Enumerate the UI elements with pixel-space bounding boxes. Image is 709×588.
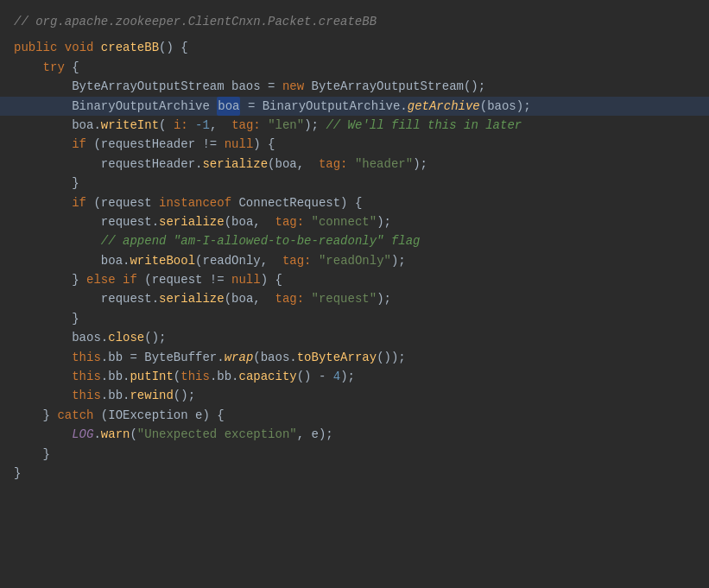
method-capacity: capacity bbox=[238, 367, 296, 386]
number-4: 4 bbox=[333, 367, 340, 386]
line-1: public void createBB() { bbox=[0, 38, 709, 57]
line-11: // append "am-I-allowed-to-be-readonly" … bbox=[0, 231, 709, 250]
line-15: } bbox=[0, 309, 709, 328]
method-getArchive: getArchive bbox=[408, 97, 480, 116]
method-writeBool: writeBool bbox=[130, 251, 195, 270]
line-10: request.serialize(boa, tag: "connect"); bbox=[0, 212, 709, 231]
line-5: boa.writeInt( i: -1, tag: "len"); // We'… bbox=[0, 116, 709, 135]
string-readOnly: "readOnly" bbox=[319, 251, 391, 270]
method-wrap: wrap bbox=[225, 348, 254, 367]
string-connect: "connect" bbox=[312, 212, 377, 231]
keyword-try: try bbox=[43, 58, 65, 77]
comment-fill-later: // We'll fill this in later bbox=[326, 116, 522, 135]
string-len: "len" bbox=[268, 116, 304, 135]
class-ByteArrayOutputStream2: ByteArrayOutputStream bbox=[312, 77, 464, 96]
method-createBB: createBB bbox=[101, 38, 159, 57]
var-boa1: boa bbox=[72, 116, 93, 135]
keyword-public: public bbox=[14, 38, 57, 57]
class-IOException: IOException bbox=[108, 406, 187, 425]
line-9: if (request instanceof ConnectRequest) { bbox=[0, 193, 709, 212]
var-boa2: boa bbox=[101, 251, 123, 270]
line-3: ByteArrayOutputStream baos = new ByteArr… bbox=[0, 77, 709, 96]
code-container: // org.apache.zookeeper.ClientCnxn.Packe… bbox=[0, 0, 709, 490]
string-header: "header" bbox=[355, 155, 413, 174]
method-writeInt: writeInt bbox=[101, 116, 159, 135]
line-12: boa.writeBool(readOnly, tag: "readOnly")… bbox=[0, 251, 709, 270]
class-ConnectRequest: ConnectRequest bbox=[238, 193, 340, 212]
keyword-this3: this bbox=[180, 367, 210, 386]
keyword-this1: this bbox=[72, 348, 101, 367]
line-19: this.bb.rewind(); bbox=[0, 386, 709, 405]
class-ByteArrayOutputStream: ByteArrayOutputStream bbox=[72, 77, 224, 96]
number-minus1: -1 bbox=[195, 116, 210, 135]
line-17: this.bb = ByteBuffer.wrap(baos.toByteArr… bbox=[0, 348, 709, 367]
method-rewind: rewind bbox=[130, 386, 173, 405]
line-6: if (requestHeader != null) { bbox=[0, 135, 709, 154]
keyword-null2: null bbox=[231, 270, 261, 289]
tag-tag1: tag: bbox=[231, 116, 261, 135]
keyword-this2: this bbox=[72, 367, 101, 386]
line-23: } bbox=[0, 464, 709, 483]
method-toByteArray: toByteArray bbox=[297, 348, 377, 367]
line-4: BinaryOutputArchive boa = BinaryOutputAr… bbox=[0, 97, 709, 116]
method-serialize1: serialize bbox=[202, 155, 268, 174]
tag-tag3: tag: bbox=[275, 212, 304, 231]
keyword-if2: if bbox=[72, 193, 86, 212]
method-warn: warn bbox=[101, 425, 130, 444]
tag-i: i: bbox=[174, 116, 188, 135]
tag-tag5: tag: bbox=[275, 289, 304, 308]
class-BinaryOutputArchive: BinaryOutputArchive bbox=[72, 97, 210, 116]
keyword-if3: if bbox=[123, 270, 137, 289]
line-14: request.serialize(boa, tag: "request"); bbox=[0, 289, 709, 308]
line-16: baos.close(); bbox=[0, 328, 709, 347]
line-2: try { bbox=[0, 58, 709, 77]
line-20: } catch (IOException e) { bbox=[0, 406, 709, 425]
tag-tag2: tag: bbox=[319, 155, 348, 174]
keyword-catch: catch bbox=[57, 406, 93, 425]
file-comment: // org.apache.zookeeper.ClientCnxn.Packe… bbox=[0, 7, 709, 38]
method-serialize3: serialize bbox=[159, 289, 225, 308]
keyword-new: new bbox=[282, 77, 304, 96]
line-18: this.bb.putInt(this.bb.capacity() - 4); bbox=[0, 367, 709, 386]
keyword-instanceof: instanceof bbox=[159, 193, 231, 212]
line-8: } bbox=[0, 174, 709, 193]
string-unexpected: "Unexpected exception" bbox=[137, 425, 297, 444]
var-log: LOG bbox=[72, 425, 93, 444]
var-requestHeader: requestHeader bbox=[101, 155, 195, 174]
keyword-null1: null bbox=[225, 135, 254, 154]
method-close: close bbox=[108, 328, 144, 347]
var-request2: request bbox=[101, 289, 152, 308]
keyword-else: else bbox=[86, 270, 116, 289]
var-baos1: baos bbox=[72, 328, 101, 347]
class-BinaryOutputArchive2: BinaryOutputArchive bbox=[263, 97, 401, 116]
string-request: "request" bbox=[312, 289, 377, 308]
class-ByteBuffer: ByteBuffer bbox=[144, 348, 217, 367]
line-7: requestHeader.serialize(boa, tag: "heade… bbox=[0, 155, 709, 174]
keyword-if1: if bbox=[72, 135, 86, 154]
line-21: LOG.warn("Unexpected exception", e); bbox=[0, 425, 709, 444]
var-request1: request bbox=[101, 212, 152, 231]
comment-readonly-flag: // append "am-I-allowed-to-be-readonly" … bbox=[101, 231, 421, 250]
line-22: } bbox=[0, 445, 709, 464]
keyword-this4: this bbox=[72, 386, 101, 405]
keyword-void: void bbox=[65, 38, 94, 57]
line-13: } else if (request != null) { bbox=[0, 270, 709, 289]
method-serialize2: serialize bbox=[159, 212, 225, 231]
tag-tag4: tag: bbox=[282, 251, 312, 270]
boa-highlight: boa bbox=[217, 97, 240, 116]
method-putInt: putInt bbox=[130, 367, 173, 386]
